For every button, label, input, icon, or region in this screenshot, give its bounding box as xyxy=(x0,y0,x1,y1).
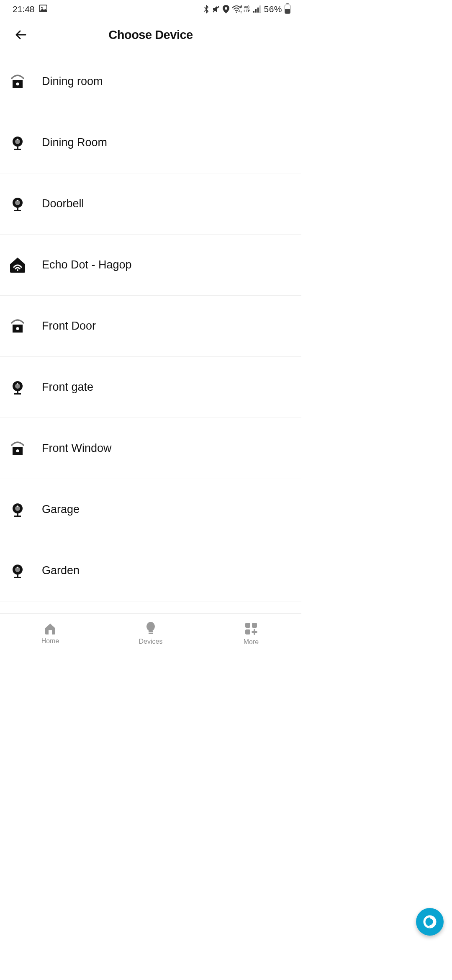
back-button[interactable] xyxy=(12,26,30,44)
nav-devices-label: Devices xyxy=(139,638,163,645)
nav-more[interactable]: More xyxy=(201,614,301,653)
more-icon xyxy=(244,622,258,636)
status-time: 21:48 xyxy=(13,4,35,14)
svg-point-21 xyxy=(146,622,155,631)
svg-rect-23 xyxy=(149,633,153,634)
device-label: Dining room xyxy=(42,75,103,88)
bulb-icon xyxy=(146,622,156,635)
battery-icon xyxy=(285,5,290,14)
device-label: Garage xyxy=(42,503,80,516)
svg-rect-17 xyxy=(257,8,259,13)
svg-point-14 xyxy=(236,12,237,13)
device-label: Front Door xyxy=(42,320,96,333)
device-list: Dining roomDining RoomDoorbellEcho Dot -… xyxy=(0,51,301,613)
device-row[interactable]: Garage xyxy=(0,479,301,540)
sensor-icon xyxy=(9,318,42,335)
device-label: Front Window xyxy=(42,442,112,455)
wifi-icon: 6 xyxy=(232,5,241,13)
camera-icon xyxy=(9,134,42,151)
svg-point-13 xyxy=(225,7,227,10)
mute-icon xyxy=(212,5,220,13)
nav-more-label: More xyxy=(244,638,259,646)
device-row[interactable]: Front gate xyxy=(0,357,301,418)
device-row[interactable]: Front Window xyxy=(0,418,301,479)
device-label: Garden xyxy=(42,564,80,577)
device-row[interactable]: Front Door xyxy=(0,296,301,357)
svg-rect-16 xyxy=(255,9,257,13)
status-bar: 21:48 6 Vo)LTE 56% xyxy=(0,0,301,18)
bottom-nav: Home Devices More xyxy=(0,613,301,653)
sensor-icon xyxy=(9,440,42,457)
page-title: Choose Device xyxy=(0,28,301,42)
camera-icon xyxy=(9,196,42,212)
sensor-icon xyxy=(9,73,42,90)
device-row[interactable]: Dining room xyxy=(0,51,301,112)
camera-icon xyxy=(9,379,42,396)
device-row[interactable]: Garden xyxy=(0,540,301,601)
signal-icon xyxy=(253,5,261,13)
image-icon xyxy=(39,4,47,15)
arrow-left-icon xyxy=(14,28,28,42)
device-label: Doorbell xyxy=(42,197,84,210)
nav-home-label: Home xyxy=(41,637,59,645)
home-icon xyxy=(44,622,57,635)
camera-icon xyxy=(9,562,42,579)
svg-rect-25 xyxy=(252,623,257,628)
svg-rect-24 xyxy=(245,623,250,628)
camera-icon xyxy=(9,501,42,518)
device-row[interactable]: Doorbell xyxy=(0,173,301,235)
svg-rect-22 xyxy=(149,631,153,632)
device-row[interactable]: Dining Room xyxy=(0,112,301,173)
echo-icon xyxy=(9,257,42,273)
device-row[interactable]: Echo Dot - Hagop xyxy=(0,235,301,296)
svg-rect-15 xyxy=(253,11,254,13)
device-label: Echo Dot - Hagop xyxy=(42,258,132,271)
nav-devices[interactable]: Devices xyxy=(100,614,201,653)
battery-percentage: 56% xyxy=(264,4,282,14)
svg-point-9 xyxy=(41,7,43,8)
bluetooth-icon xyxy=(203,5,209,13)
device-label: Front gate xyxy=(42,381,93,394)
location-icon xyxy=(223,5,229,13)
nav-home[interactable]: Home xyxy=(0,614,100,653)
header: Choose Device xyxy=(0,18,301,51)
svg-rect-18 xyxy=(259,6,261,13)
svg-rect-26 xyxy=(245,629,250,634)
device-label: Dining Room xyxy=(42,136,107,149)
volte-icon: Vo)LTE xyxy=(244,5,250,13)
